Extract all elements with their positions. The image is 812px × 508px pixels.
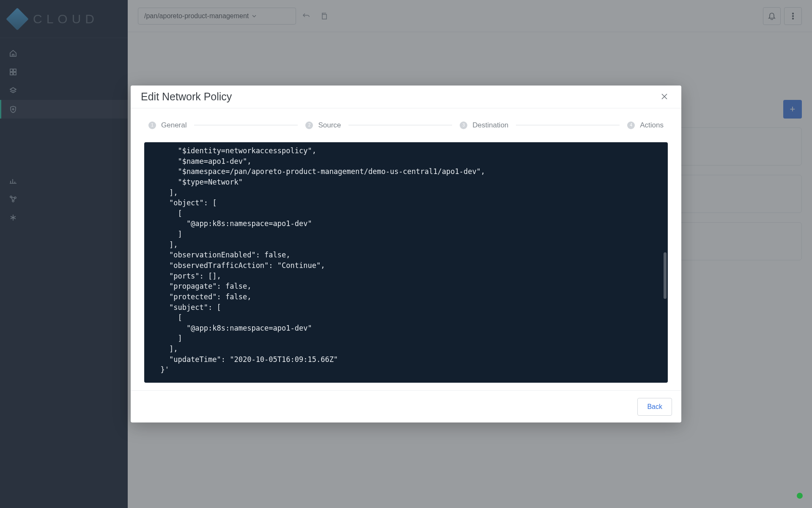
step-divider — [194, 125, 298, 125]
modal-overlay: Edit Network Policy 1 General 2 Source 3… — [0, 0, 812, 508]
stepper: 1 General 2 Source 3 Destination 4 Actio… — [131, 108, 681, 142]
step-bullet: 2 — [305, 121, 313, 129]
step-bullet: 1 — [148, 121, 156, 129]
step-label: Destination — [472, 121, 508, 130]
modal-title: Edit Network Policy — [141, 91, 232, 103]
code-content: "$identity=networkaccesspolicy", "$name=… — [152, 146, 485, 374]
code-editor[interactable]: "$identity=networkaccesspolicy", "$name=… — [144, 142, 668, 383]
close-icon — [660, 92, 669, 101]
back-button-label: Back — [647, 403, 662, 411]
step-actions[interactable]: 4 Actions — [627, 121, 664, 130]
step-bullet: 4 — [627, 121, 635, 129]
step-destination[interactable]: 3 Destination — [460, 121, 508, 130]
modal-footer: Back — [131, 390, 681, 422]
step-general[interactable]: 1 General — [148, 121, 187, 130]
step-source[interactable]: 2 Source — [305, 121, 341, 130]
back-button[interactable]: Back — [637, 398, 672, 416]
step-divider — [516, 125, 620, 125]
edit-policy-modal: Edit Network Policy 1 General 2 Source 3… — [131, 86, 681, 422]
step-bullet: 3 — [460, 121, 467, 129]
step-label: Source — [318, 121, 341, 130]
modal-header: Edit Network Policy — [131, 86, 681, 108]
step-divider — [348, 125, 452, 125]
close-button[interactable] — [658, 90, 671, 103]
step-label: Actions — [640, 121, 664, 130]
status-indicator — [797, 493, 803, 499]
scrollbar-thumb[interactable] — [664, 252, 667, 299]
step-label: General — [161, 121, 187, 130]
